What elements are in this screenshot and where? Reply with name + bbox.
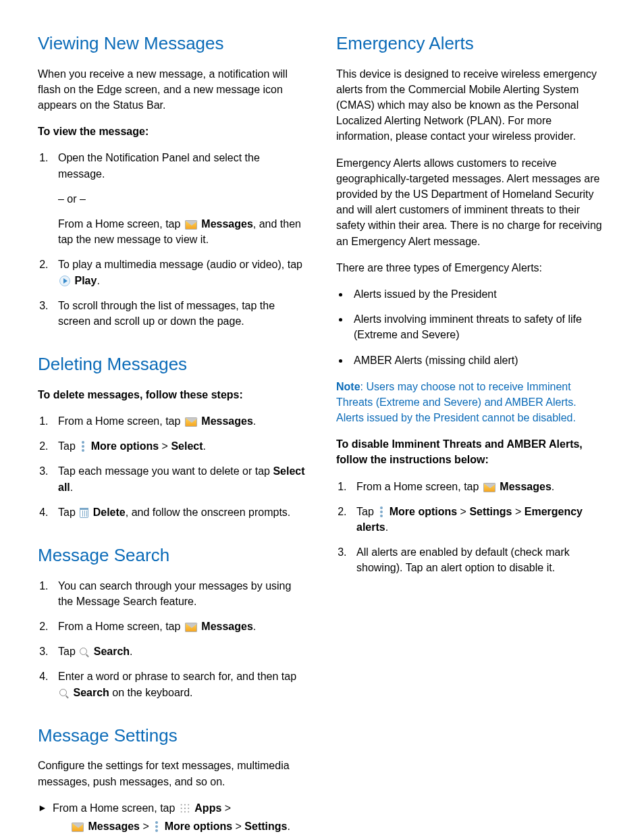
- messages-label: Messages: [201, 218, 253, 230]
- sep: >: [140, 820, 152, 832]
- viewing-intro: When you receive a new message, a notifi…: [38, 66, 308, 113]
- alert-type-imminent: Alerts involving imminent threats to saf…: [350, 311, 606, 342]
- viewing-step-1b: From a Home screen, tap Messages, and th…: [58, 216, 308, 247]
- emergency-note: Note: Users may choose not to receive Im…: [336, 379, 606, 426]
- settings-label: Settings: [469, 506, 512, 517]
- more-options-label: More options: [390, 506, 457, 517]
- search-step-1: You can search through your messages by …: [51, 578, 308, 609]
- more-options-icon: [153, 821, 160, 832]
- alert-types-list: Alerts issued by the President Alerts in…: [336, 286, 606, 368]
- heading-emergency-alerts: Emergency Alerts: [336, 31, 606, 57]
- settings-path-body: From a Home screen, tap Apps > Messages …: [53, 800, 308, 834]
- heading-message-settings: Message Settings: [38, 723, 308, 749]
- disable-step-2: Tap More options > Settings > Emergency …: [350, 504, 606, 535]
- sep: >: [457, 506, 469, 517]
- disable-steps: From a Home screen, tap Messages. Tap Mo…: [336, 479, 606, 576]
- text: .: [70, 481, 73, 493]
- viewing-step-1: Open the Notification Panel and select t…: [51, 150, 308, 247]
- search-icon: [59, 689, 69, 698]
- search-icon: [80, 648, 89, 657]
- sep: >: [512, 506, 525, 517]
- arrow-icon: ►: [38, 800, 53, 834]
- text: Tap: [58, 440, 78, 452]
- text: .: [253, 415, 256, 427]
- heading-deleting-messages: Deleting Messages: [38, 352, 308, 377]
- messages-label: Messages: [201, 415, 253, 427]
- alert-type-amber: AMBER Alerts (missing child alert): [350, 353, 606, 368]
- search-label: Search: [73, 687, 109, 698]
- text: , and follow the onscreen prompts.: [126, 506, 291, 518]
- text: From a Home screen, tap: [58, 415, 184, 427]
- emergency-p1: This device is designed to receive wirel…: [336, 66, 606, 145]
- deleting-step-3: Tap each message you want to delete or t…: [51, 463, 308, 494]
- settings-label: Settings: [244, 820, 287, 832]
- right-column: Emergency Alerts This device is designed…: [336, 31, 606, 834]
- note-body: : Users may choose not to receive Immine…: [336, 381, 576, 423]
- search-label: Search: [94, 646, 130, 657]
- text: Tap: [356, 506, 377, 517]
- text: Tap: [58, 646, 78, 657]
- more-options-icon: [378, 506, 385, 517]
- text: .: [552, 481, 554, 492]
- viewing-step-3: To scroll through the list of messages, …: [51, 298, 308, 329]
- text: .: [203, 440, 206, 452]
- deleting-step-2: Tap More options > Select.: [51, 438, 308, 454]
- step-text: Open the Notification Panel and select t…: [58, 152, 260, 179]
- more-options-label: More options: [165, 820, 232, 832]
- search-step-4: Enter a word or phrase to search for, an…: [51, 669, 308, 700]
- delete-label: Delete: [93, 506, 126, 518]
- emergency-p2: Emergency Alerts allows customers to rec…: [336, 155, 606, 249]
- emergency-p3: There are three types of Emergency Alert…: [336, 260, 606, 276]
- more-options-label: More options: [91, 440, 159, 452]
- text: .: [130, 646, 132, 657]
- play-label: Play: [74, 275, 97, 286]
- messages-icon: [483, 483, 495, 492]
- sep: >: [232, 820, 244, 832]
- sep: >: [159, 440, 171, 452]
- play-icon: [59, 276, 70, 286]
- text: .: [385, 521, 388, 533]
- delete-icon: [80, 508, 88, 518]
- sep: >: [221, 802, 231, 814]
- text: From a Home screen, tap: [53, 802, 178, 814]
- text: From a Home screen, tap: [356, 481, 482, 492]
- text: Tap: [58, 506, 78, 518]
- more-options-icon: [80, 441, 86, 452]
- settings-path: ► From a Home screen, tap Apps > Message…: [38, 800, 308, 834]
- or-divider: – or –: [58, 191, 308, 207]
- text: on the keyboard.: [109, 687, 193, 698]
- deleting-step-1: From a Home screen, tap Messages.: [51, 413, 308, 429]
- select-label: Select: [171, 440, 203, 452]
- text: From a Home screen, tap: [58, 621, 184, 632]
- search-step-3: Tap Search.: [51, 644, 308, 659]
- text: To play a multimedia message (audio or v…: [58, 259, 302, 270]
- left-column: Viewing New Messages When you receive a …: [38, 31, 308, 834]
- text: .: [253, 621, 256, 632]
- viewing-steps: Open the Notification Panel and select t…: [38, 150, 308, 329]
- disable-subhead: To disable Imminent Threats and AMBER Al…: [336, 436, 606, 467]
- text: From a Home screen, tap: [58, 218, 184, 230]
- heading-viewing-new-messages: Viewing New Messages: [38, 31, 308, 57]
- text: Enter a word or phrase to search for, an…: [58, 671, 296, 682]
- text: .: [287, 820, 290, 832]
- search-steps: You can search through your messages by …: [38, 578, 308, 700]
- disable-step-1: From a Home screen, tap Messages.: [350, 479, 606, 494]
- settings-intro: Configure the settings for text messages…: [38, 758, 308, 789]
- text: .: [97, 275, 99, 286]
- messages-icon: [185, 623, 197, 632]
- apps-label: Apps: [194, 802, 221, 814]
- alert-type-president: Alerts issued by the President: [350, 286, 606, 302]
- note-label: Note: [336, 381, 360, 392]
- messages-icon: [185, 417, 197, 427]
- messages-icon: [72, 823, 84, 832]
- messages-label: Messages: [88, 820, 140, 832]
- disable-step-3: All alerts are enabled by default (check…: [350, 544, 606, 575]
- deleting-step-4: Tap Delete, and follow the onscreen prom…: [51, 504, 308, 520]
- messages-label: Messages: [500, 481, 552, 492]
- messages-label: Messages: [201, 621, 253, 632]
- messages-icon: [185, 220, 197, 230]
- apps-icon: [180, 803, 190, 814]
- heading-message-search: Message Search: [38, 543, 308, 569]
- search-step-2: From a Home screen, tap Messages.: [51, 619, 308, 634]
- deleting-subhead: To delete messages, follow these steps:: [38, 387, 308, 402]
